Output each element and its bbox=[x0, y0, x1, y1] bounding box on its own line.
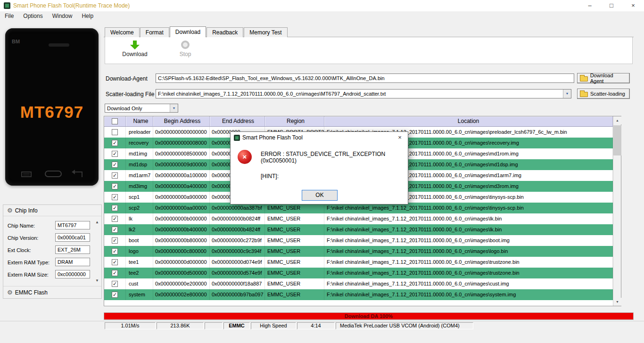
cell-name: cust bbox=[126, 278, 153, 289]
cell-end: 0x000000000c272b9f bbox=[210, 235, 265, 246]
row-checkbox[interactable]: ✓ bbox=[112, 183, 118, 189]
row-checkbox[interactable]: ✓ bbox=[112, 248, 118, 254]
dialog-title-bar: Smart Phone Flash Tool × bbox=[231, 132, 408, 143]
dropdown-arrow-icon[interactable]: ▼ bbox=[563, 90, 571, 98]
maximize-button[interactable]: □ bbox=[601, 0, 622, 11]
scroll-up-icon[interactable]: ▲ bbox=[95, 220, 99, 224]
row-checkbox[interactable]: ✓ bbox=[112, 216, 118, 222]
download-button[interactable]: Download bbox=[118, 40, 151, 62]
tab-download[interactable]: Download bbox=[170, 26, 206, 37]
column-header-location[interactable]: Location bbox=[324, 116, 613, 126]
row-checkbox[interactable]: ✓ bbox=[112, 227, 118, 233]
scatter-file-combobox[interactable]: F:\nikel china\nikel_images_7.1.12_20170… bbox=[156, 89, 571, 98]
row-checkbox[interactable]: ✓ bbox=[112, 205, 118, 211]
status-storage-type: EMMC bbox=[223, 322, 250, 329]
table-row[interactable]: ✓ boot 0x000000000b800000 0x000000000c27… bbox=[104, 235, 613, 246]
cell-name: recovery bbox=[126, 138, 153, 148]
download-arrow-icon bbox=[130, 41, 140, 49]
minimize-button[interactable]: – bbox=[579, 0, 601, 11]
cell-region: EMMC_USER bbox=[265, 268, 324, 278]
row-checkbox[interactable]: ✓ bbox=[112, 194, 118, 200]
table-row[interactable]: ✓ system 0x000000002e800000 0x00000000b9… bbox=[104, 289, 613, 300]
emmc-flash-section: ⚙ EMMC Flash bbox=[7, 289, 48, 296]
emmc-flash-label: EMMC Flash bbox=[15, 289, 48, 296]
scrollbar-up-icon[interactable]: ▲ bbox=[613, 116, 621, 124]
chip-field-label: Ext Clock: bbox=[8, 247, 31, 253]
status-com-port: MediaTek PreLoader USB VCOM (Android) (C… bbox=[336, 322, 473, 329]
chip-info-header: ⚙ Chip Info bbox=[7, 207, 38, 214]
select-all-checkbox[interactable] bbox=[112, 118, 118, 124]
cell-name: md1arm7 bbox=[126, 170, 153, 181]
cell-location: F:\nikel china\nikel_images_7.1.12_20170… bbox=[324, 235, 613, 246]
menu-options[interactable]: Options bbox=[18, 11, 47, 21]
download-agent-browse-button[interactable]: Download Agent bbox=[577, 73, 630, 83]
table-row[interactable]: ✓ lk 0x000000000b000000 0x000000000b0824… bbox=[104, 213, 613, 224]
table-row[interactable]: ✓ cust 0x000000000e200000 0x000000000f18… bbox=[104, 278, 613, 289]
tab-welcome[interactable]: Welcome bbox=[105, 27, 140, 37]
cell-end: 0x000000000c9c394f bbox=[210, 246, 265, 257]
scatter-file-value: F:\nikel china\nikel_images_7.1.12_20170… bbox=[158, 90, 561, 98]
cell-name: tee1 bbox=[126, 257, 153, 268]
dialog-ok-button[interactable]: OK bbox=[302, 190, 338, 201]
row-checkbox[interactable]: ✓ bbox=[112, 281, 118, 287]
status-elapsed-time: 4:14 bbox=[297, 322, 335, 329]
menu-file[interactable]: File bbox=[0, 11, 18, 21]
divider bbox=[3, 286, 101, 286]
row-checkbox[interactable]: ✓ bbox=[112, 162, 118, 168]
download-toolbar: Download Stop bbox=[105, 37, 633, 64]
column-header-name[interactable]: Name bbox=[126, 116, 153, 126]
tab-memory-test[interactable]: Memory Test bbox=[244, 27, 287, 37]
cell-region: EMMC_USER bbox=[265, 246, 324, 257]
menu-window[interactable]: Window bbox=[48, 11, 77, 21]
tab-readback[interactable]: Readback bbox=[206, 27, 243, 37]
vertical-scrollbar[interactable]: ▲ ▼ bbox=[613, 116, 621, 306]
cell-region: EMMC_USER bbox=[265, 235, 324, 246]
cell-begin: 0x000000000b000000 bbox=[153, 213, 210, 224]
row-checkbox[interactable]: ✓ bbox=[112, 259, 118, 265]
chip-field-value: EXT_26M bbox=[55, 245, 90, 254]
dialog-error-message: ERROR : STATUS_DEVICE_CTRL_EXCEPTION (0x… bbox=[261, 151, 402, 164]
scroll-down-icon[interactable]: ▼ bbox=[95, 278, 99, 283]
cell-begin: 0x000000000a400000 bbox=[153, 181, 210, 192]
row-checkbox[interactable]: ✓ bbox=[112, 172, 118, 179]
stop-button[interactable]: Stop bbox=[171, 40, 199, 62]
dialog-close-button[interactable]: × bbox=[392, 132, 408, 143]
table-row[interactable]: ✓ tee2 0x000000000d500000 0x000000000d57… bbox=[104, 268, 613, 278]
cell-name: lk2 bbox=[126, 224, 153, 235]
table-row[interactable]: ✓ logo 0x000000000c800000 0x000000000c9c… bbox=[104, 246, 613, 257]
chip-field-value: DRAM bbox=[55, 258, 90, 266]
download-agent-input[interactable] bbox=[156, 74, 574, 83]
row-checkbox[interactable]: ✓ bbox=[112, 292, 118, 298]
row-checkbox[interactable]: ✓ bbox=[112, 140, 118, 146]
scatter-loading-browse-button[interactable]: Scatter-loading bbox=[577, 89, 630, 99]
column-header-region[interactable]: Region bbox=[265, 116, 324, 126]
table-row[interactable]: ✓ tee1 0x000000000d000000 0x000000000d07… bbox=[104, 257, 613, 268]
column-header-end-address[interactable]: End Address bbox=[210, 116, 265, 126]
phone-home-icon bbox=[45, 171, 62, 177]
dropdown-arrow-icon[interactable]: ▼ bbox=[170, 104, 178, 112]
chip-info-field: Chip Name: MT6797 bbox=[3, 220, 101, 232]
cell-name: tee2 bbox=[126, 268, 153, 278]
tab-format[interactable]: Format bbox=[140, 27, 169, 37]
cell-name: md1img bbox=[126, 148, 153, 159]
download-agent-label: Download-Agent bbox=[106, 75, 148, 82]
cell-begin: 0x000000000b400000 bbox=[153, 224, 210, 235]
row-checkbox[interactable]: ✓ bbox=[112, 237, 118, 244]
scrollbar-down-icon[interactable]: ▼ bbox=[613, 298, 621, 306]
table-row[interactable]: ✓ lk2 0x000000000b400000 0x000000000b482… bbox=[104, 224, 613, 235]
download-mode-combobox[interactable]: Download Only ▼ bbox=[105, 104, 178, 113]
row-checkbox[interactable]: ✓ bbox=[112, 151, 118, 157]
menu-help[interactable]: Help bbox=[77, 11, 98, 21]
app-icon bbox=[4, 2, 10, 9]
stop-button-label: Stop bbox=[171, 51, 199, 57]
row-checkbox[interactable]: ✓ bbox=[112, 270, 118, 276]
column-header-begin-address[interactable]: Begin Address bbox=[153, 116, 210, 126]
cell-begin: 0x0000000009d00000 bbox=[153, 159, 210, 170]
scrollbar-thumb[interactable] bbox=[613, 125, 621, 155]
download-mode-value: Download Only bbox=[107, 104, 168, 113]
close-button[interactable]: × bbox=[622, 0, 644, 11]
row-checkbox[interactable] bbox=[112, 129, 118, 135]
scatter-file-label: Scatter-loading File bbox=[106, 91, 154, 98]
download-progress-bar: Download DA 100% bbox=[104, 312, 634, 320]
cell-name: lk bbox=[126, 213, 153, 224]
